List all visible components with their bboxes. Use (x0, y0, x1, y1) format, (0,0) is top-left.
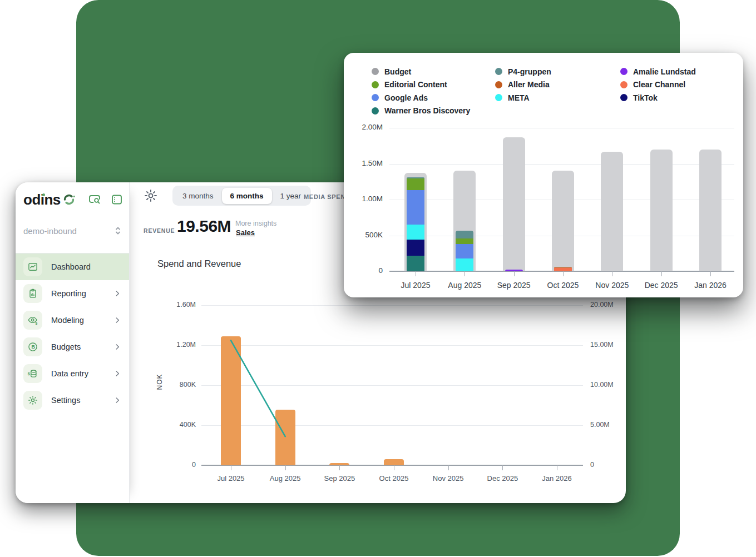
legend-dot (620, 68, 627, 75)
legend-name: Budget (384, 67, 411, 76)
chevron-right-icon (113, 316, 121, 324)
x-axis-label: Jan 2026 (694, 281, 727, 290)
sidebar-header: odins (23, 190, 123, 209)
legend-dot (620, 81, 627, 88)
sidebar-item-data-entry[interactable]: $Data entry (16, 360, 129, 387)
stack-segment-p4-gruppen (407, 177, 424, 178)
legend-item-tiktok[interactable]: TikTok (620, 91, 748, 105)
legend-item-meta[interactable]: META (495, 91, 620, 105)
x-axis-tick (502, 465, 503, 470)
data-entry-icon: $ (23, 364, 42, 383)
x-axis-label: Nov 2025 (595, 281, 629, 290)
legend-column: P4-gruppenAller MediaMETA (495, 65, 620, 117)
modeling-icon: $ (23, 311, 42, 330)
legend-dot (495, 81, 502, 88)
legend-name: P4-gruppen (508, 67, 551, 76)
legend-item-aller-media[interactable]: Aller Media (495, 78, 620, 92)
legend-item-clear-channel[interactable]: Clear Channel (620, 78, 748, 92)
stack-segment-meta (456, 258, 473, 271)
select-caret-icon (113, 225, 122, 237)
revenue-label: REVENUE (144, 227, 175, 234)
legend-item-amalie-lundstad[interactable]: Amalie Lundstad (620, 65, 748, 78)
budget-bar (601, 152, 623, 271)
sales-link[interactable]: Sales (236, 228, 255, 237)
app-logo: odins (23, 191, 76, 208)
search-icon[interactable] (88, 193, 101, 206)
chevron-right-icon (113, 396, 121, 404)
legend-name: Amalie Lundstad (633, 67, 696, 76)
sidebar: odins (16, 182, 130, 503)
legend-name: Warner Bros Discovery (384, 106, 470, 115)
x-axis-label: Dec 2025 (645, 281, 678, 290)
sidebar-item-label: Modeling (51, 316, 84, 325)
x-axis-label: Aug 2025 (270, 474, 301, 483)
y-axis-tick-label: 400K (161, 421, 196, 429)
x-axis-tick (710, 271, 711, 276)
legend-dot (372, 94, 379, 101)
x-axis-label: Jul 2025 (401, 281, 431, 290)
budget-bar (552, 171, 574, 271)
budget-bar (699, 150, 722, 271)
sidebar-item-label: Reporting (51, 289, 86, 298)
x-axis-label: Aug 2025 (448, 281, 481, 290)
stack-segment-google-ads (456, 244, 473, 258)
media-spend-card: BudgetEditorial ContentGoogle AdsWarner … (344, 53, 743, 297)
legend-item-budget[interactable]: Budget (372, 65, 495, 78)
x-axis-label: Jul 2025 (217, 474, 244, 483)
x-axis-tick (557, 465, 557, 470)
x-axis-tick (394, 465, 394, 470)
sidebar-item-dashboard[interactable]: Dashboard (16, 253, 129, 280)
sidebar-item-budgets[interactable]: BBudgets (16, 334, 129, 360)
workspace-name: demo-inbound (23, 226, 77, 236)
x-axis-label: Dec 2025 (487, 474, 518, 483)
legend-item-editorial-content[interactable]: Editorial Content (372, 78, 495, 92)
legend-name: Google Ads (384, 93, 428, 102)
sidebar-item-modeling[interactable]: $Modeling (16, 307, 129, 334)
legend-item-p4-gruppen[interactable]: P4-gruppen (495, 65, 620, 78)
legend-item-warner-bros-discovery[interactable]: Warner Bros Discovery (372, 105, 495, 118)
x-axis-tick (514, 271, 515, 276)
range-option-6-months[interactable]: 6 months (222, 188, 272, 204)
workspace-selector[interactable]: demo-inbound (23, 223, 122, 238)
stack-segment-tiktok (407, 240, 424, 255)
x-axis-tick (416, 271, 416, 276)
x-axis-label: Sep 2025 (324, 474, 355, 483)
x-axis-tick (465, 271, 465, 276)
x-axis-label: Jan 2026 (542, 474, 572, 483)
screen: odins (0, 0, 756, 557)
range-option-3-months[interactable]: 3 months (174, 188, 222, 204)
y-axis-tick-label: 0 (161, 461, 196, 469)
stack-segment-aller-media (554, 267, 572, 268)
x-axis-label: Oct 2025 (547, 281, 579, 290)
dashboard-icon (23, 257, 42, 276)
x-axis-tick (563, 271, 564, 276)
chart-settings-gear-icon[interactable] (144, 188, 158, 203)
x-axis-tick (339, 465, 340, 470)
legend-name: Editorial Content (384, 80, 447, 89)
x-axis-label: Oct 2025 (379, 474, 409, 483)
right-y-axis-tick-label: 15.00M (590, 341, 629, 349)
revenue-line (201, 305, 583, 465)
x-axis-tick (231, 465, 231, 470)
chevron-right-icon (113, 343, 121, 351)
x-axis-tick (661, 271, 662, 276)
stack-segment-editorial-content (407, 178, 424, 190)
right-y-axis-tick-label: 10.00M (590, 381, 629, 389)
legend-item-google-ads[interactable]: Google Ads (372, 91, 495, 105)
sidebar-item-reporting[interactable]: Reporting (16, 280, 129, 307)
svg-text:B: B (32, 344, 36, 350)
media-spend-chart: 0500K1.00M1.50M2.00MJul 2025Aug 2025Sep … (389, 128, 734, 271)
logo-i-dot (42, 193, 45, 196)
y-axis-tick-label: 1.00M (348, 195, 383, 203)
date-range-segmented-control: 3 months6 months1 year (172, 186, 311, 206)
stack-segment-meta (407, 225, 424, 240)
sidebar-item-settings[interactable]: Settings (16, 387, 129, 414)
settings-icon (23, 391, 42, 410)
sidebar-toggle-icon[interactable] (110, 193, 123, 206)
right-y-axis-tick-label: 0 (590, 461, 629, 469)
legend-name: META (508, 93, 530, 102)
spend-revenue-chart: 0400K800K1.20M1.60M05.00M10.00M15.00M20.… (201, 305, 583, 465)
y-axis-tick-label: 1.20M (161, 341, 196, 349)
x-axis-tick (448, 465, 449, 470)
sidebar-item-label: Data entry (51, 369, 88, 378)
